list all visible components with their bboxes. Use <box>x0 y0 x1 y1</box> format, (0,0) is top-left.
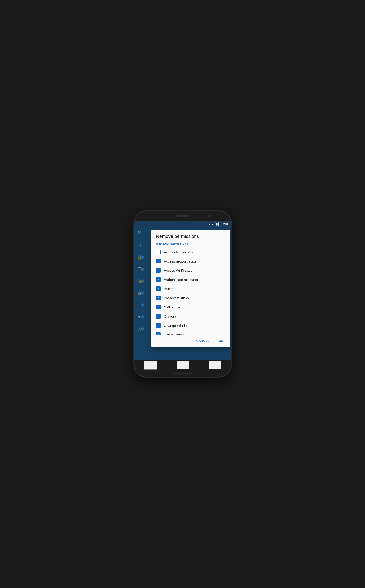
screen: ▾ ▲ ▮ 07:00 ✕ 🛡 🔒 <box>134 221 231 370</box>
permission-label-broadcast-sticky: Broadcast sticky <box>164 296 189 300</box>
permission-item-authenticate-accounts[interactable]: ✓Authenticate accounts <box>151 275 230 284</box>
dialog-section-label: ANDROID PERMISSIONS <box>151 240 230 246</box>
cancel-button[interactable]: CANCEL <box>193 337 213 344</box>
permission-label-access-fine-location: Access fine location <box>164 250 194 254</box>
checkmark-icon: ✓ <box>157 260 160 263</box>
phone-bottom <box>134 370 231 377</box>
phone-frame: ▾ ▲ ▮ 07:00 ✕ 🛡 🔒 <box>134 211 231 377</box>
permissions-list: Access fine location✓Access network stat… <box>151 246 230 335</box>
permission-label-access-network-state: Access network state <box>164 259 197 263</box>
dialog-title: Remove permissions <box>151 230 230 240</box>
ok-button[interactable]: OK <box>215 337 227 344</box>
app-background: ✕ 🛡 🔒 🎭 <box>134 227 231 360</box>
bottom-bar <box>173 373 192 374</box>
permission-item-camera[interactable]: ✓Camera <box>151 312 230 321</box>
signal-icon: ▲ <box>211 223 214 226</box>
checkbox-bluetooth[interactable]: ✓ <box>156 287 161 291</box>
dialog-overlay: Remove permissions ANDROID PERMISSIONS A… <box>134 227 231 360</box>
checkbox-access-fine-location[interactable] <box>156 250 161 254</box>
permission-item-access-fine-location[interactable]: Access fine location <box>151 247 230 257</box>
dialog-actions: CANCEL OK <box>151 335 230 347</box>
checkmark-icon: ✓ <box>157 333 160 336</box>
checkbox-camera[interactable]: ✓ <box>156 314 161 319</box>
permission-label-bluetooth: Bluetooth <box>164 287 178 291</box>
checkbox-authenticate-accounts[interactable]: ✓ <box>156 277 161 282</box>
status-bar: ▾ ▲ ▮ 07:00 <box>134 221 231 227</box>
checkmark-icon: ✓ <box>157 296 160 300</box>
status-icons: ▾ ▲ ▮ 07:00 <box>209 222 228 226</box>
checkmark-icon: ✓ <box>157 306 160 309</box>
front-camera <box>208 215 210 217</box>
checkmark-icon: ✓ <box>157 315 160 318</box>
permission-label-authenticate-accounts: Authenticate accounts <box>164 278 198 282</box>
phone-inner: ▾ ▲ ▮ 07:00 ✕ 🛡 🔒 <box>134 211 231 377</box>
nav-bar: ◁ ○ □ <box>134 360 231 370</box>
checkbox-access-wifi-state[interactable]: ✓ <box>156 268 161 273</box>
wifi-icon: ▾ <box>209 222 211 226</box>
permissions-dialog: Remove permissions ANDROID PERMISSIONS A… <box>151 230 230 347</box>
checkbox-change-wifi-state[interactable]: ✓ <box>156 323 161 328</box>
permission-item-bluetooth[interactable]: ✓Bluetooth <box>151 284 230 293</box>
checkmark-icon: ✓ <box>157 278 160 281</box>
home-button[interactable]: ○ <box>177 361 189 369</box>
permission-item-call-phone[interactable]: ✓Call phone <box>151 302 230 312</box>
checkmark-icon: ✓ <box>157 269 160 272</box>
checkmark-icon: ✓ <box>157 287 160 290</box>
permission-label-access-wifi-state: Access Wi-Fi state <box>164 268 192 273</box>
checkbox-disable-keyguard[interactable]: ✓ <box>156 332 161 335</box>
phone-top <box>134 211 231 221</box>
checkbox-access-network-state[interactable]: ✓ <box>156 259 161 263</box>
permission-item-change-wifi-state[interactable]: ✓Change Wi-Fi state <box>151 321 230 330</box>
permission-label-change-wifi-state: Change Wi-Fi state <box>164 324 193 328</box>
permission-item-disable-keyguard[interactable]: ✓Disable keyguard <box>151 330 230 335</box>
back-button[interactable]: ◁ <box>144 361 157 370</box>
permission-item-access-network-state[interactable]: ✓Access network state <box>151 257 230 266</box>
checkbox-call-phone[interactable]: ✓ <box>156 305 161 309</box>
checkmark-icon: ✓ <box>157 324 160 327</box>
permission-item-broadcast-sticky[interactable]: ✓Broadcast sticky <box>151 293 230 302</box>
permission-label-call-phone: Call phone <box>164 305 180 309</box>
recents-button[interactable]: □ <box>209 361 221 369</box>
permission-label-disable-keyguard: Disable keyguard <box>164 333 190 336</box>
permission-item-access-wifi-state[interactable]: ✓Access Wi-Fi state <box>151 266 230 275</box>
battery-icon: ▮ <box>215 222 219 226</box>
permission-label-camera: Camera <box>164 315 176 318</box>
status-time: 07:00 <box>221 223 228 226</box>
checkbox-broadcast-sticky[interactable]: ✓ <box>156 296 161 300</box>
speaker <box>176 216 190 217</box>
